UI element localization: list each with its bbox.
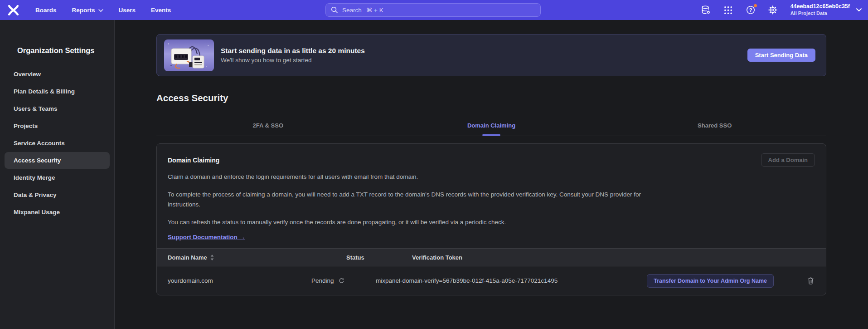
card-paragraph: To complete the process of claiming a do… xyxy=(168,190,659,209)
card-paragraph: You can refresh the status to manually v… xyxy=(168,217,659,227)
main-area: Start sending data in as little as 20 mi… xyxy=(115,20,868,329)
settings-gear-icon[interactable] xyxy=(767,5,778,15)
notification-dot xyxy=(753,4,757,8)
search-shortcut: ⌘ + K xyxy=(366,6,383,14)
sidebar-item-users-teams[interactable]: Users & Teams xyxy=(5,100,110,117)
nav-item-events[interactable]: Events xyxy=(151,7,171,14)
tab-2fa-sso[interactable]: 2FA & SSO xyxy=(156,122,380,136)
sidebar-item-identity-merge[interactable]: Identity Merge xyxy=(5,169,110,186)
verification-token-cell: mixpanel-domain-verify=567b39be-012f-415… xyxy=(376,277,647,284)
nav-item-reports[interactable]: Reports xyxy=(72,7,103,14)
status-badge: Pending xyxy=(311,277,334,284)
transfer-domain-button[interactable]: Transfer Domain to Your Admin Org Name xyxy=(647,274,774,288)
apps-grid-icon[interactable] xyxy=(723,5,734,15)
card-title: Domain Claiming xyxy=(168,157,219,164)
sidebar-item-data-privacy[interactable]: Data & Privacy xyxy=(5,187,110,203)
svg-text:?: ? xyxy=(749,7,752,13)
nav-right-cluster: ? 44eebad12c65eb0c35f All Project Data xyxy=(701,0,862,20)
column-header-status: Status xyxy=(311,254,376,261)
banner-subtitle: We'll show you how to get started xyxy=(221,57,365,64)
mixpanel-logo-icon[interactable] xyxy=(6,4,20,16)
sidebar-item-mixpanel-usage[interactable]: Mixpanel Usage xyxy=(5,204,110,221)
domain-claiming-card: Domain Claiming Add a Domain Claim a dom… xyxy=(156,143,826,295)
search-input[interactable]: Search ⌘ + K xyxy=(325,3,541,17)
tab-shared-sso[interactable]: Shared SSO xyxy=(603,122,826,136)
project-name: All Project Data xyxy=(790,10,850,17)
add-domain-button[interactable]: Add a Domain xyxy=(761,153,815,167)
sidebar-item-service-accounts[interactable]: Service Accounts xyxy=(5,135,110,152)
nav-item-users[interactable]: Users xyxy=(119,7,136,14)
tab-domain-claiming[interactable]: Domain Claiming xyxy=(380,122,603,136)
getting-started-illustration xyxy=(164,39,214,71)
page-title: Access Security xyxy=(156,93,826,103)
search-icon xyxy=(331,6,338,14)
column-header-verification-token: Verification Token xyxy=(376,254,814,261)
card-paragraph: Claim a domain and enforce the login req… xyxy=(168,172,659,182)
start-sending-data-button[interactable]: Start Sending Data xyxy=(747,49,815,62)
access-security-tabs: 2FA & SSO Domain Claiming Shared SSO xyxy=(156,122,826,136)
refresh-status-icon[interactable] xyxy=(338,277,345,284)
sidebar-item-plan-details-billing[interactable]: Plan Details & Billing xyxy=(5,83,110,100)
org-id: 44eebad12c65eb0c35f xyxy=(790,3,850,10)
getting-started-banner: Start sending data in as little as 20 mi… xyxy=(156,34,826,76)
banner-title: Start sending data in as little as 20 mi… xyxy=(221,47,365,55)
search-placeholder: Search xyxy=(342,7,362,14)
table-header-row: Domain Name Status Verification Token xyxy=(157,248,826,266)
sidebar-item-access-security[interactable]: Access Security xyxy=(5,152,110,169)
account-menu[interactable]: 44eebad12c65eb0c35f All Project Data xyxy=(790,3,862,16)
chevron-down-icon xyxy=(98,9,103,12)
domain-name-cell: yourdomain.com xyxy=(157,277,311,284)
help-icon[interactable]: ? xyxy=(745,5,756,15)
sort-icon xyxy=(210,255,214,260)
sidebar-title: Organization Settings xyxy=(5,46,110,55)
top-nav: Boards Reports Users Events Search ⌘ + K xyxy=(0,0,868,20)
table-row: yourdomain.com Pending mixpanel-domain-v… xyxy=(157,266,826,295)
org-settings-sidebar: Organization Settings Overview Plan Deta… xyxy=(0,20,115,329)
column-header-domain-name[interactable]: Domain Name xyxy=(157,254,311,261)
nav-item-boards[interactable]: Boards xyxy=(35,7,57,14)
chevron-down-icon xyxy=(856,8,862,12)
sidebar-item-projects[interactable]: Projects xyxy=(5,118,110,134)
sidebar-item-overview[interactable]: Overview xyxy=(5,66,110,83)
support-documentation-link[interactable]: Support Documentation → xyxy=(168,234,245,241)
data-management-icon[interactable] xyxy=(701,5,712,15)
delete-domain-icon[interactable] xyxy=(807,277,814,285)
domains-table: Domain Name Status Verification Token yo… xyxy=(157,248,826,295)
